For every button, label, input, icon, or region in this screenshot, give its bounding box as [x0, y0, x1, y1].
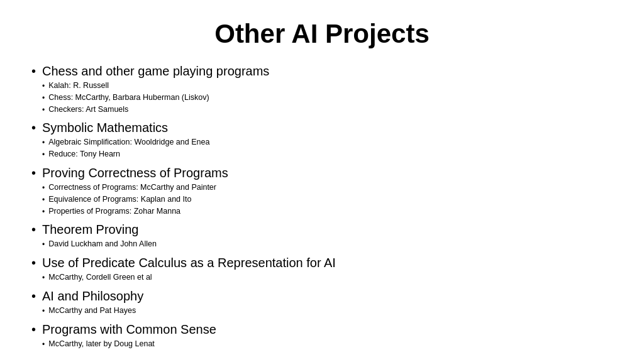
- bullet-icon: •: [31, 321, 36, 337]
- sub-list-item: •Reduce: Tony Hearn: [42, 149, 209, 160]
- main-list: •Chess and other game playing programs•K…: [31, 63, 613, 351]
- main-list-item: •Theorem Proving•David Luckham and John …: [31, 221, 613, 251]
- sub-list: •McCarthy, later by Doug Lenat: [42, 339, 216, 351]
- main-list-item: •Programs with Common Sense•McCarthy, la…: [31, 321, 613, 351]
- bullet-icon: •: [31, 221, 36, 238]
- sub-item-text: Checkers: Art Samuels: [48, 104, 128, 116]
- sub-item-text: McCarthy, Cordell Green et al: [48, 272, 152, 283]
- sub-list: •McCarthy and Pat Hayes: [42, 305, 143, 317]
- sub-bullet-icon: •: [42, 195, 45, 206]
- sub-list: •Algebraic Simplification: Wooldridge an…: [42, 137, 209, 161]
- sub-list-item: •McCarthy, later by Doug Lenat: [42, 339, 216, 350]
- sub-item-text: Reduce: Tony Hearn: [48, 149, 120, 160]
- item-label: AI and Philosophy: [42, 288, 143, 304]
- sub-item-text: McCarthy and Pat Hayes: [48, 305, 136, 317]
- sub-bullet-icon: •: [42, 105, 45, 116]
- sub-bullet-icon: •: [42, 138, 45, 148]
- sub-bullet-icon: •: [42, 183, 45, 194]
- sub-list-item: •David Luckham and John Allen: [42, 239, 157, 250]
- sub-bullet-icon: •: [42, 150, 45, 160]
- main-list-item: •Symbolic Mathematics•Algebraic Simplifi…: [31, 119, 613, 161]
- main-list-item: •Use of Predicate Calculus as a Represen…: [31, 255, 613, 284]
- bullet-icon: •: [31, 255, 36, 271]
- sub-list-item: •McCarthy and Pat Hayes: [42, 305, 143, 317]
- main-list-item: •Chess and other game playing programs•K…: [31, 63, 613, 116]
- bullet-icon: •: [31, 288, 36, 304]
- sub-list-item: •Kalah: R. Russell: [42, 80, 269, 92]
- sub-list-item: •Algebraic Simplification: Wooldridge an…: [42, 137, 209, 148]
- bullet-icon: •: [31, 63, 36, 79]
- sub-item-text: Correctness of Programs: McCarthy and Pa…: [48, 182, 216, 194]
- item-label: Theorem Proving: [42, 221, 157, 238]
- sub-list: •McCarthy, Cordell Green et al: [42, 272, 336, 284]
- sub-list-item: •Properties of Programs: Zohar Manna: [42, 206, 228, 217]
- sub-bullet-icon: •: [42, 239, 45, 250]
- sub-item-text: Algebraic Simplification: Wooldridge and…: [48, 137, 209, 148]
- main-list-item: •Proving Correctness of Programs•Correct…: [31, 165, 613, 217]
- bullet-icon: •: [31, 165, 36, 181]
- item-label: Chess and other game playing programs: [42, 63, 269, 79]
- sub-bullet-icon: •: [42, 81, 45, 92]
- sub-list: •David Luckham and John Allen: [42, 239, 157, 251]
- sub-list-item: •Chess: McCarthy, Barbara Huberman (Lisk…: [42, 92, 269, 104]
- sub-item-text: Kalah: R. Russell: [48, 80, 109, 92]
- sub-bullet-icon: •: [42, 93, 45, 104]
- item-label: Use of Predicate Calculus as a Represent…: [42, 255, 336, 271]
- sub-list-item: •Checkers: Art Samuels: [42, 104, 269, 116]
- bullet-icon: •: [31, 119, 36, 136]
- sub-list-item: •Equivalence of Programs: Kaplan and Ito: [42, 194, 228, 206]
- sub-item-text: Properties of Programs: Zohar Manna: [48, 206, 180, 217]
- page-title: Other AI Projects: [31, 19, 613, 49]
- sub-item-text: McCarthy, later by Doug Lenat: [48, 339, 155, 350]
- sub-bullet-icon: •: [42, 207, 45, 217]
- sub-bullet-icon: •: [42, 339, 45, 350]
- main-list-item: •AI and Philosophy•McCarthy and Pat Haye…: [31, 288, 613, 317]
- item-label: Proving Correctness of Programs: [42, 165, 228, 181]
- page: Other AI Projects •Chess and other game …: [0, 0, 644, 362]
- sub-bullet-icon: •: [42, 306, 45, 317]
- sub-list-item: •Correctness of Programs: McCarthy and P…: [42, 182, 228, 194]
- sub-list-item: •McCarthy, Cordell Green et al: [42, 272, 336, 283]
- item-label: Programs with Common Sense: [42, 321, 216, 337]
- item-label: Symbolic Mathematics: [42, 119, 209, 136]
- sub-list: •Correctness of Programs: McCarthy and P…: [42, 182, 228, 217]
- sub-item-text: Chess: McCarthy, Barbara Huberman (Lisko…: [48, 92, 209, 104]
- sub-item-text: Equivalence of Programs: Kaplan and Ito: [48, 194, 191, 206]
- sub-bullet-icon: •: [42, 273, 45, 283]
- sub-item-text: David Luckham and John Allen: [48, 239, 157, 250]
- sub-list: •Kalah: R. Russell•Chess: McCarthy, Barb…: [42, 80, 269, 116]
